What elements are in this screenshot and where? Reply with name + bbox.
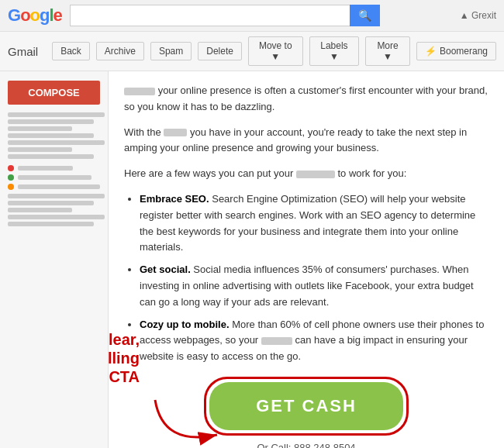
- move-to-button[interactable]: Move to ▼: [248, 36, 303, 66]
- dot-green: [8, 174, 14, 181]
- email-para-3: Here are a few ways you can put your to …: [124, 166, 488, 182]
- list-item-2: Get social. Social media influences 35% …: [140, 262, 488, 310]
- gmail-toolbar: Gmail Back Archive Spam Delete Move to ▼…: [0, 32, 504, 71]
- dot-red: [8, 165, 14, 171]
- sidebar-bar-2: [8, 119, 94, 124]
- more-button[interactable]: More ▼: [365, 36, 410, 66]
- google-header: Google 🔍 ▲ Grexit: [0, 0, 504, 32]
- spam-button[interactable]: Spam: [150, 42, 192, 60]
- dot-bar-2: [18, 175, 91, 180]
- delete-button[interactable]: Delete: [198, 42, 242, 60]
- dot-bar-1: [18, 166, 73, 171]
- dot-bar-3: [18, 184, 100, 189]
- sidebar: COMPOSE: [0, 71, 109, 448]
- cta-section: clear, compelling CTA GET CASH Or Call: …: [124, 377, 488, 448]
- sidebar-bar-1: [8, 112, 105, 117]
- dot-orange: [8, 184, 14, 190]
- blurred-word-4: [261, 337, 292, 345]
- blurred-word-1: [124, 88, 155, 95]
- sidebar-bar-12: [8, 222, 94, 226]
- grexit-button[interactable]: ▲ Grexit: [460, 10, 496, 21]
- sidebar-dot-1: [0, 164, 108, 173]
- main-layout: COMPOSE: [0, 71, 504, 448]
- sidebar-bar-3: [8, 126, 72, 131]
- blurred-word-3: [296, 171, 335, 178]
- sidebar-dot-2: [0, 173, 108, 182]
- email-para-1: your online presence is often a customer…: [124, 83, 488, 115]
- boomerang-button[interactable]: ⚡ Boomerang: [416, 42, 496, 60]
- boomerang-icon: ⚡: [425, 46, 437, 57]
- compose-button[interactable]: COMPOSE: [8, 81, 100, 105]
- archive-button[interactable]: Archive: [96, 42, 144, 60]
- cta-annotation: clear, compelling CTA: [109, 330, 140, 386]
- labels-button[interactable]: Labels ▼: [309, 36, 360, 66]
- search-bar: 🔍: [70, 5, 380, 26]
- arrow-icon: [147, 392, 240, 448]
- email-content: your online presence is often a customer…: [109, 71, 504, 448]
- gmail-label[interactable]: Gmail: [8, 45, 38, 58]
- sidebar-bar-7: [8, 154, 94, 159]
- sidebar-bar-5: [8, 140, 105, 145]
- list-item-3: Cozy up to mobile. More than 60% of cell…: [140, 317, 488, 365]
- sidebar-bar-4: [8, 133, 94, 138]
- sidebar-bar-11: [8, 215, 105, 219]
- sidebar-dot-3: [0, 182, 108, 191]
- list-item-1: Embrace SEO. Search Engine Optimization …: [140, 191, 488, 256]
- email-list: Embrace SEO. Search Engine Optimization …: [124, 191, 488, 365]
- sidebar-bar-6: [8, 147, 72, 152]
- search-input[interactable]: [70, 5, 350, 26]
- blurred-word-2: [164, 129, 187, 136]
- email-para-2: With the you have in your account, you'r…: [124, 125, 488, 157]
- sidebar-bar-10: [8, 208, 72, 212]
- google-logo: Google: [8, 5, 62, 26]
- sidebar-bar-8: [8, 194, 105, 198]
- sidebar-bar-9: [8, 201, 94, 205]
- back-button[interactable]: Back: [52, 42, 90, 60]
- search-button[interactable]: 🔍: [350, 5, 380, 26]
